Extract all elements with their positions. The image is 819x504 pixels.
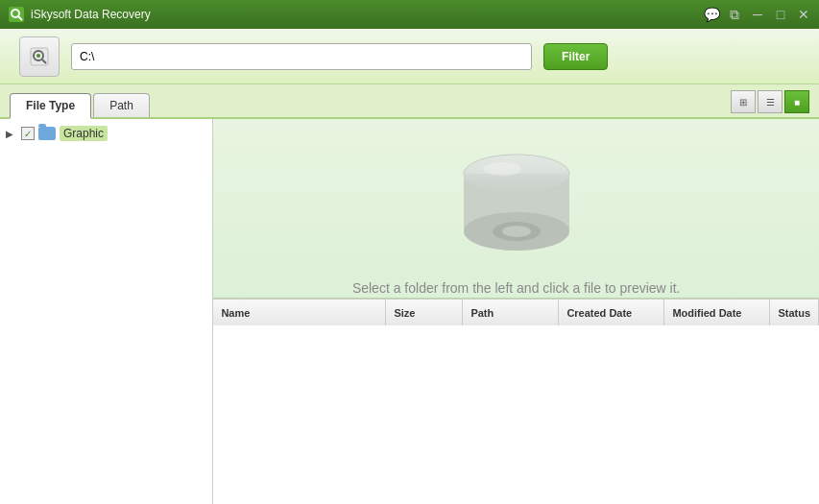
view-controls: ⊞ ☰ ■ xyxy=(731,90,809,113)
close-button[interactable]: ✕ xyxy=(796,7,811,22)
col-status: Status xyxy=(770,300,819,325)
preview-area: Select a folder from the left and click … xyxy=(213,119,819,299)
table-header: Name Size Path Created Date Modified Dat… xyxy=(213,299,819,325)
tabs-bar: File Type Path ⊞ ☰ ■ xyxy=(0,84,819,119)
tab-file-type[interactable]: File Type xyxy=(10,93,91,119)
col-modified: Modified Date xyxy=(664,300,770,325)
detail-view-button[interactable]: ■ xyxy=(784,90,809,113)
svg-point-13 xyxy=(483,162,521,176)
col-created: Created Date xyxy=(559,300,664,325)
tree-arrow[interactable]: ▶ xyxy=(6,129,17,139)
chat-button[interactable]: 💬 xyxy=(704,7,719,22)
left-panel: ▶ Graphic xyxy=(0,119,213,504)
drive-icon xyxy=(449,121,584,265)
restore-button[interactable]: ⧉ xyxy=(727,7,742,22)
title-bar: iSkysoft Data Recovery 💬 ⧉ ─ □ ✕ xyxy=(0,0,819,29)
list-view-button[interactable]: ☰ xyxy=(758,90,783,113)
tree-label: Graphic xyxy=(60,126,108,141)
preview-message: Select a folder from the left and click … xyxy=(352,280,681,296)
col-size: Size xyxy=(386,300,463,325)
right-panel: Select a folder from the left and click … xyxy=(213,119,819,504)
filter-button[interactable]: Filter xyxy=(543,43,608,70)
window-controls: 💬 ⧉ ─ □ ✕ xyxy=(704,7,811,22)
folder-icon xyxy=(38,127,56,140)
content-area: ▶ Graphic xyxy=(0,119,819,504)
path-input[interactable] xyxy=(71,43,532,70)
grid-view-button[interactable]: ⊞ xyxy=(731,90,756,113)
main-content: File Type Path ⊞ ☰ ■ ▶ Graphic xyxy=(0,84,819,504)
search-icon-button[interactable] xyxy=(19,36,60,77)
minimize-button[interactable]: ─ xyxy=(750,7,765,22)
maximize-button[interactable]: □ xyxy=(773,7,788,22)
col-path: Path xyxy=(463,300,559,325)
app-title: iSkysoft Data Recovery xyxy=(31,8,704,21)
tab-path[interactable]: Path xyxy=(93,93,150,117)
svg-point-12 xyxy=(502,226,531,237)
tree-checkbox[interactable] xyxy=(21,127,35,140)
svg-point-6 xyxy=(36,54,40,58)
svg-point-10 xyxy=(464,155,569,193)
toolbar: Filter xyxy=(0,29,819,84)
table-body xyxy=(213,325,819,504)
tree-item-graphic[interactable]: ▶ Graphic xyxy=(0,123,212,144)
app-icon xyxy=(8,6,25,23)
col-name: Name xyxy=(213,300,386,325)
